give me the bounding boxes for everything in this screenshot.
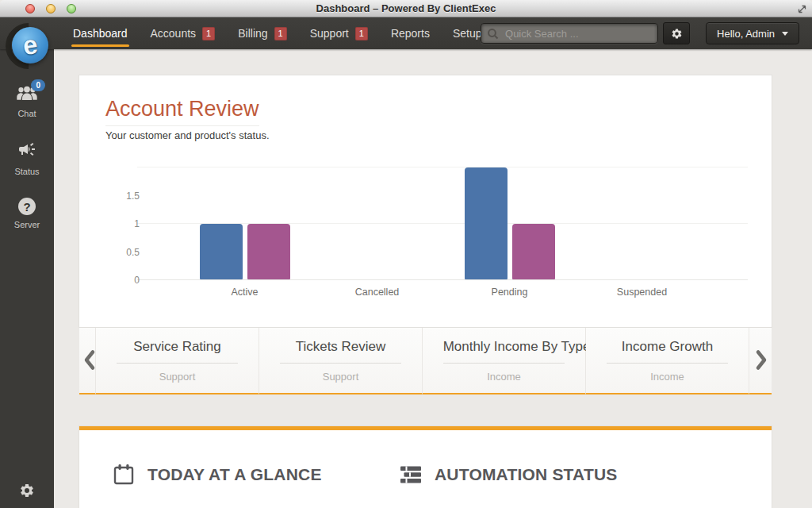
y-axis-tick-label: 1.5 (113, 190, 140, 202)
nav-item-label: Accounts (151, 27, 197, 40)
gear-icon (671, 28, 683, 40)
carousel-card-category: Support (323, 371, 359, 383)
carousel-card-title: Service Rating (117, 339, 239, 364)
account-status-bar-chart: 00.511.5ActiveCancelledPendingSuspended (147, 167, 748, 280)
carousel-card-category: Support (159, 371, 196, 383)
carousel-card-category: Income (650, 371, 684, 383)
notification-badge: 1 (274, 27, 287, 40)
x-axis-label-cancelled: Cancelled (311, 287, 443, 298)
nav-item-label: Reports (391, 27, 430, 40)
bar-pending-purple (512, 224, 555, 279)
nav-item-billing[interactable]: Billing1 (238, 17, 286, 49)
window-titlebar: Dashboard – Powered By ClientExec (0, 0, 812, 17)
quick-search (481, 23, 658, 44)
sidebar-item-label: Status (14, 167, 39, 176)
y-axis-tick-label: 0 (113, 275, 140, 286)
sidebar-settings-button[interactable] (19, 483, 35, 502)
logo-letter: e (21, 29, 39, 61)
navbar-right: Hello, Admin (481, 22, 799, 44)
carousel-cards: Service RatingSupportTickets ReviewSuppo… (96, 328, 749, 394)
sidebar-items: 0ChatStatus?Server (0, 49, 54, 229)
carousel-card-title: Monthly Income By Type (443, 339, 565, 364)
x-axis-label-suspended: Suspended (576, 287, 708, 298)
nav-item-label: Support (310, 27, 349, 40)
question-circle-icon: ? (18, 198, 36, 215)
clientexec-logo[interactable]: e (6, 23, 52, 69)
logo-circle: e (12, 27, 48, 64)
nav-item-accounts[interactable]: Accounts1 (151, 17, 216, 49)
bar-active-purple (247, 224, 290, 279)
sidebar-item-chat[interactable]: 0Chat (0, 86, 54, 118)
carousel-next-button[interactable] (753, 348, 769, 375)
carousel-card-category: Income (487, 371, 521, 383)
main-navigation: DashboardAccounts1Billing1Support1Report… (73, 17, 482, 49)
nav-item-dashboard[interactable]: Dashboard (73, 17, 128, 49)
top-navbar: e DashboardAccounts1Billing1Support1Repo… (0, 17, 812, 49)
user-menu-label: Hello, Admin (717, 28, 775, 40)
sidebar-item-label: Server (14, 220, 40, 229)
automation-stack-icon (400, 466, 421, 483)
nav-item-support[interactable]: Support1 (310, 17, 368, 49)
nav-item-label: Dashboard (73, 27, 128, 40)
close-window-button[interactable] (25, 4, 35, 13)
gear-icon (19, 483, 35, 498)
notification-badge: 1 (355, 27, 368, 40)
question-circle-icon: ? (18, 198, 36, 215)
carousel-card-service-rating[interactable]: Service RatingSupport (96, 328, 259, 394)
carousel-card-income-growth[interactable]: Income GrowthIncome (586, 328, 749, 394)
report-carousel: Service RatingSupportTickets ReviewSuppo… (79, 328, 772, 394)
sidebar-count-badge: 0 (31, 79, 45, 91)
sidebar-item-status[interactable]: Status (0, 140, 54, 176)
carousel-card-tickets-review[interactable]: Tickets ReviewSupport (259, 328, 423, 394)
y-axis-tick-label: 0.5 (113, 247, 140, 258)
today-at-a-glance-section: TODAY AT A GLANCE (113, 464, 400, 486)
nav-item-label: Setup (453, 27, 482, 40)
summary-headings: TODAY AT A GLANCE AUTOMATION STATUS (79, 464, 772, 486)
main-content: Account Review Your customer and product… (54, 49, 812, 508)
gridline (137, 279, 748, 280)
megaphone-icon (17, 140, 36, 162)
zoom-window-button[interactable] (67, 4, 76, 13)
user-menu-button[interactable]: Hello, Admin (706, 22, 799, 44)
account-review-card: Account Review Your customer and product… (79, 75, 772, 327)
gridline (137, 167, 748, 167)
automation-status-section: AUTOMATION STATUS (400, 464, 618, 486)
summary-card: TODAY AT A GLANCE AUTOMATION STATUS (79, 426, 772, 508)
x-axis-label-active: Active (178, 287, 311, 298)
window-title: Dashboard – Powered By ClientExec (316, 2, 496, 14)
nav-item-reports[interactable]: Reports (391, 17, 430, 49)
notification-badge: 1 (202, 27, 215, 40)
sidebar-item-label: Chat (17, 109, 36, 118)
carousel-card-title: Tickets Review (280, 339, 402, 364)
y-axis-tick-label: 1 (113, 218, 140, 229)
nav-item-setup[interactable]: Setup (453, 17, 482, 49)
resize-icon[interactable] (797, 3, 807, 17)
x-axis-label-pending: Pending (443, 287, 576, 298)
window-controls (25, 4, 76, 13)
today-at-a-glance-title: TODAY AT A GLANCE (147, 465, 322, 484)
calendar-icon (113, 464, 134, 486)
automation-status-title: AUTOMATION STATUS (435, 465, 618, 484)
minimize-window-button[interactable] (46, 4, 56, 13)
carousel-card-title: Income Growth (607, 339, 729, 364)
chevron-right-icon (755, 349, 768, 371)
settings-gear-button[interactable] (663, 22, 690, 44)
account-review-title: Account Review (105, 97, 259, 126)
bar-pending-blue (465, 167, 508, 279)
sidebar-item-server[interactable]: ?Server (0, 198, 54, 229)
search-input[interactable] (481, 24, 657, 43)
chevron-down-icon (782, 32, 788, 36)
chevron-left-icon (83, 349, 96, 371)
carousel-card-monthly-income-by-type[interactable]: Monthly Income By TypeIncome (423, 328, 586, 394)
carousel-prev-button[interactable] (82, 348, 98, 375)
nav-item-label: Billing (238, 27, 267, 40)
account-review-subtitle: Your customer and product's status. (105, 129, 772, 141)
bar-active-blue (200, 224, 243, 279)
left-sidebar: 0ChatStatus?Server (0, 49, 54, 508)
